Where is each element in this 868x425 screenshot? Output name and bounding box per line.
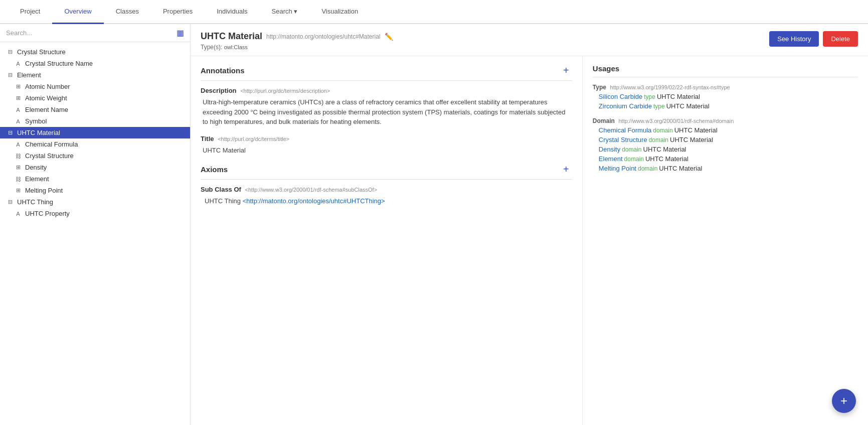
content-area: UHTC Material http://matonto.org/ontolog… bbox=[191, 24, 868, 425]
usage-relation: domain bbox=[624, 156, 644, 163]
add-axiom-button[interactable]: + bbox=[560, 163, 572, 175]
usage-target: UHTC Material bbox=[666, 102, 710, 110]
axioms-section: Axioms + Sub Class Of <http://www.w3.org… bbox=[201, 163, 572, 205]
annotations-title: Annotations bbox=[201, 66, 245, 75]
type-value: owl:Class bbox=[224, 44, 248, 50]
tree-item-icon: ⊟ bbox=[6, 49, 14, 55]
tree-item-icon: ⊟ bbox=[6, 199, 14, 205]
main-layout: ▦ ⊟Crystal StructureACrystal Structure N… bbox=[0, 24, 868, 425]
annotation-title-uri: <http://purl.org/dc/terms/title> bbox=[218, 136, 289, 142]
fab-button[interactable]: + bbox=[832, 389, 856, 413]
types-label: Type(s): bbox=[201, 44, 222, 51]
domain-usage-entry: Melting Point domain UHTC Material bbox=[599, 165, 858, 172]
usage-subject-link[interactable]: Element bbox=[599, 155, 623, 163]
tree-item-chemical-formula[interactable]: AChemical Formula bbox=[0, 138, 190, 150]
tree-item-uhtc-thing[interactable]: ⊟UHTC Thing bbox=[0, 196, 190, 208]
usage-relation: type bbox=[653, 103, 665, 110]
annotation-title-label: Title bbox=[201, 135, 214, 143]
nav-overview[interactable]: Overview bbox=[52, 0, 103, 24]
entity-title-section: UHTC Material http://matonto.org/ontolog… bbox=[201, 31, 763, 51]
annotation-title-value: UHTC Material bbox=[201, 146, 572, 156]
domain-usage-entry: Element domain UHTC Material bbox=[599, 155, 858, 163]
tree-item-icon: A bbox=[14, 107, 22, 113]
usage-subject-link[interactable]: Melting Point bbox=[599, 165, 636, 172]
nav-search[interactable]: Search ▾ bbox=[260, 0, 310, 24]
add-annotation-button[interactable]: + bbox=[560, 64, 572, 76]
annotation-description-value: Ultra-high-temperature ceramics (UHTCs) … bbox=[201, 97, 572, 127]
sub-class-of-link[interactable]: <http://matonto.org/ontologies/uhtc#UHTC… bbox=[243, 197, 385, 205]
sub-class-of-uri: <http://www.w3.org/2000/01/rdf-schema#su… bbox=[245, 187, 378, 193]
tree-item-icon: ⊞ bbox=[14, 164, 22, 171]
right-panel: Usages Type http://www.w3.org/1999/02/22… bbox=[583, 56, 868, 425]
type-usage-entry: Silicon Carbide type UHTC Material bbox=[599, 93, 858, 100]
tree-item-icon: ⛓ bbox=[14, 176, 22, 182]
domain-usage-entry: Chemical Formula domain UHTC Material bbox=[599, 126, 858, 134]
type-entries: Silicon Carbide type UHTC MaterialZircon… bbox=[593, 93, 858, 110]
tree-item-icon: ⊞ bbox=[14, 95, 22, 101]
tree-item-label: Crystal Structure Name bbox=[25, 60, 184, 67]
tree-item-label: UHTC Material bbox=[17, 129, 184, 136]
usages-type-group: Type http://www.w3.org/1999/02/22-rdf-sy… bbox=[593, 83, 858, 110]
usage-subject-link[interactable]: Density bbox=[599, 146, 620, 153]
tree-item-symbol[interactable]: ASymbol bbox=[0, 115, 190, 127]
domain-entries: Chemical Formula domain UHTC MaterialCry… bbox=[593, 126, 858, 172]
sidebar-search-bar: ▦ bbox=[0, 24, 190, 42]
top-navigation: Project Overview Classes Properties Indi… bbox=[0, 0, 868, 24]
annotation-description-uri: <http://purl.org/dc/terms/description> bbox=[240, 88, 330, 94]
entity-types: Type(s): owl:Class bbox=[201, 44, 763, 51]
usage-relation: domain bbox=[649, 136, 668, 144]
nav-project[interactable]: Project bbox=[8, 0, 52, 24]
usages-title: Usages bbox=[593, 64, 858, 77]
search-input[interactable] bbox=[6, 29, 172, 37]
domain-usage-entry: Density domain UHTC Material bbox=[599, 146, 858, 153]
usage-relation: domain bbox=[638, 165, 657, 172]
entity-title: UHTC Material http://matonto.org/ontolog… bbox=[201, 31, 763, 42]
tree-item-atomic-number[interactable]: ⊞Atomic Number bbox=[0, 81, 190, 92]
tree-item-label: Element bbox=[17, 71, 184, 79]
sub-class-of-label: Sub Class Of bbox=[201, 186, 241, 193]
annotation-title: Title <http://purl.org/dc/terms/title> U… bbox=[201, 135, 572, 156]
ontology-tree: ⊟Crystal StructureACrystal Structure Nam… bbox=[0, 42, 190, 223]
entity-uri: http://matonto.org/ontologies/uhtc#Mater… bbox=[266, 33, 380, 40]
tree-item-crystal-structure[interactable]: ⊟Crystal Structure bbox=[0, 46, 190, 58]
filter-icon[interactable]: ▦ bbox=[177, 28, 184, 38]
tree-item-label: Atomic Number bbox=[25, 83, 184, 90]
tree-item-crystal-structure[interactable]: ⛓Crystal Structure bbox=[0, 150, 190, 162]
usage-target: UHTC Material bbox=[670, 136, 713, 144]
tree-item-label: UHTC Property bbox=[25, 210, 184, 217]
tree-item-uhtc-property[interactable]: AUHTC Property bbox=[0, 208, 190, 219]
usage-subject-link[interactable]: Zirconium Carbide bbox=[599, 102, 652, 110]
tree-item-label: Density bbox=[25, 164, 184, 171]
usage-target: UHTC Material bbox=[674, 126, 718, 134]
usage-subject-link[interactable]: Silicon Carbide bbox=[599, 93, 642, 100]
tree-item-element[interactable]: ⛓Element bbox=[0, 173, 190, 185]
nav-individuals[interactable]: Individuals bbox=[205, 0, 259, 24]
tree-item-icon: ⊞ bbox=[14, 187, 22, 194]
tree-item-element[interactable]: ⊟Element bbox=[0, 69, 190, 81]
left-panel: Annotations + Description <http://purl.o… bbox=[191, 56, 583, 425]
tree-item-uhtc-material[interactable]: ⊟UHTC Material bbox=[0, 127, 190, 138]
tree-item-atomic-weight[interactable]: ⊞Atomic Weight bbox=[0, 92, 190, 104]
sub-class-of-value: UHTC Thing <http://matonto.org/ontologie… bbox=[201, 197, 572, 205]
tree-item-melting-point[interactable]: ⊞Melting Point bbox=[0, 185, 190, 196]
nav-visualization[interactable]: Visualization bbox=[309, 0, 370, 24]
usage-subject-link[interactable]: Crystal Structure bbox=[599, 136, 647, 144]
type-usage-entry: Zirconium Carbide type UHTC Material bbox=[599, 102, 858, 110]
tree-item-element-name[interactable]: AElement Name bbox=[0, 104, 190, 115]
nav-classes[interactable]: Classes bbox=[104, 0, 151, 24]
tree-item-crystal-structure-name[interactable]: ACrystal Structure Name bbox=[0, 58, 190, 69]
tree-item-label: Chemical Formula bbox=[25, 140, 184, 148]
tree-item-density[interactable]: ⊞Density bbox=[0, 162, 190, 173]
tree-item-icon: A bbox=[14, 141, 22, 148]
annotation-description: Description <http://purl.org/dc/terms/de… bbox=[201, 87, 572, 127]
sidebar: ▦ ⊟Crystal StructureACrystal Structure N… bbox=[0, 24, 191, 425]
usage-target: UHTC Material bbox=[645, 155, 688, 163]
delete-button[interactable]: Delete bbox=[823, 31, 858, 47]
tree-item-icon: A bbox=[14, 211, 22, 217]
see-history-button[interactable]: See History bbox=[769, 31, 819, 47]
domain-usage-entry: Crystal Structure domain UHTC Material bbox=[599, 136, 858, 144]
nav-properties[interactable]: Properties bbox=[151, 0, 205, 24]
usage-relation: domain bbox=[622, 146, 641, 153]
edit-icon[interactable]: ✏️ bbox=[385, 33, 393, 41]
usage-subject-link[interactable]: Chemical Formula bbox=[599, 126, 651, 134]
